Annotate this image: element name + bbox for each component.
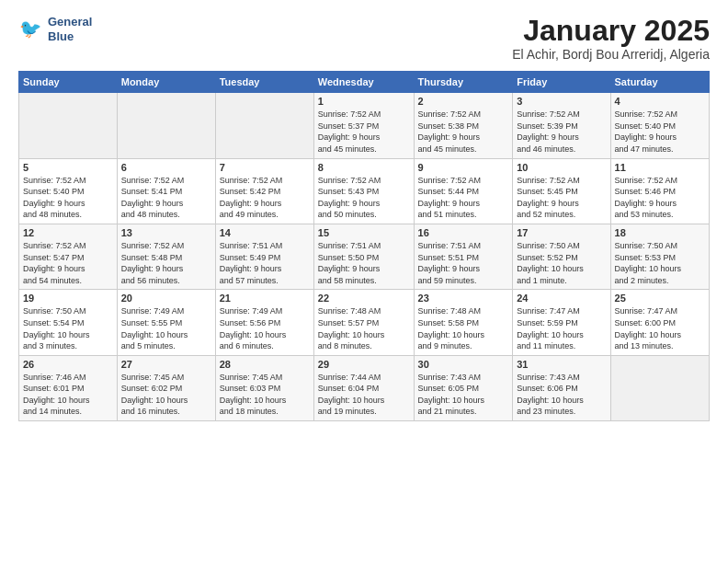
day-info: Sunrise: 7:47 AM Sunset: 6:00 PM Dayligh… bbox=[615, 305, 705, 351]
day-info: Sunrise: 7:44 AM Sunset: 6:04 PM Dayligh… bbox=[318, 372, 410, 418]
day-info: Sunrise: 7:45 AM Sunset: 6:03 PM Dayligh… bbox=[220, 372, 310, 418]
day-number: 4 bbox=[615, 96, 705, 107]
day-number: 18 bbox=[615, 227, 705, 238]
day-cell: 8Sunrise: 7:52 AM Sunset: 5:43 PM Daylig… bbox=[313, 158, 414, 224]
day-info: Sunrise: 7:52 AM Sunset: 5:39 PM Dayligh… bbox=[517, 109, 606, 155]
day-cell bbox=[610, 355, 709, 420]
calendar-body: 1Sunrise: 7:52 AM Sunset: 5:37 PM Daylig… bbox=[19, 93, 710, 421]
day-cell: 16Sunrise: 7:51 AM Sunset: 5:51 PM Dayli… bbox=[414, 224, 513, 289]
day-info: Sunrise: 7:51 AM Sunset: 5:51 PM Dayligh… bbox=[418, 240, 509, 286]
day-info: Sunrise: 7:52 AM Sunset: 5:44 PM Dayligh… bbox=[418, 175, 509, 221]
day-number: 16 bbox=[418, 227, 509, 238]
day-info: Sunrise: 7:52 AM Sunset: 5:47 PM Dayligh… bbox=[23, 240, 113, 286]
day-info: Sunrise: 7:51 AM Sunset: 5:49 PM Dayligh… bbox=[220, 240, 310, 286]
day-info: Sunrise: 7:52 AM Sunset: 5:43 PM Dayligh… bbox=[318, 175, 410, 221]
day-info: Sunrise: 7:52 AM Sunset: 5:48 PM Dayligh… bbox=[121, 240, 211, 286]
day-number: 19 bbox=[23, 293, 113, 304]
day-number: 6 bbox=[121, 162, 211, 173]
day-number: 13 bbox=[121, 227, 211, 238]
day-cell: 15Sunrise: 7:51 AM Sunset: 5:50 PM Dayli… bbox=[313, 224, 414, 289]
day-cell: 6Sunrise: 7:52 AM Sunset: 5:41 PM Daylig… bbox=[117, 158, 215, 224]
day-cell: 4Sunrise: 7:52 AM Sunset: 5:40 PM Daylig… bbox=[610, 93, 709, 158]
day-cell: 1Sunrise: 7:52 AM Sunset: 5:37 PM Daylig… bbox=[313, 93, 414, 158]
day-number: 7 bbox=[220, 162, 310, 173]
header-cell-thursday: Thursday bbox=[414, 72, 513, 93]
logo-line1: General bbox=[48, 15, 92, 29]
day-info: Sunrise: 7:51 AM Sunset: 5:50 PM Dayligh… bbox=[318, 240, 410, 286]
week-row-2: 5Sunrise: 7:52 AM Sunset: 5:40 PM Daylig… bbox=[19, 158, 710, 224]
day-info: Sunrise: 7:52 AM Sunset: 5:40 PM Dayligh… bbox=[615, 109, 705, 155]
day-cell: 19Sunrise: 7:50 AM Sunset: 5:54 PM Dayli… bbox=[19, 290, 118, 355]
day-info: Sunrise: 7:52 AM Sunset: 5:40 PM Dayligh… bbox=[23, 175, 113, 221]
header-cell-wednesday: Wednesday bbox=[313, 72, 414, 93]
day-cell: 5Sunrise: 7:52 AM Sunset: 5:40 PM Daylig… bbox=[19, 158, 118, 224]
day-info: Sunrise: 7:49 AM Sunset: 5:56 PM Dayligh… bbox=[220, 305, 310, 351]
day-info: Sunrise: 7:50 AM Sunset: 5:52 PM Dayligh… bbox=[517, 240, 606, 286]
day-info: Sunrise: 7:50 AM Sunset: 5:53 PM Dayligh… bbox=[615, 240, 705, 286]
day-number: 5 bbox=[23, 162, 113, 173]
day-cell: 26Sunrise: 7:46 AM Sunset: 6:01 PM Dayli… bbox=[19, 355, 118, 420]
header-cell-sunday: Sunday bbox=[19, 72, 118, 93]
day-number: 20 bbox=[121, 293, 211, 304]
day-cell: 22Sunrise: 7:48 AM Sunset: 5:57 PM Dayli… bbox=[313, 290, 414, 355]
header-cell-monday: Monday bbox=[117, 72, 215, 93]
day-cell: 18Sunrise: 7:50 AM Sunset: 5:53 PM Dayli… bbox=[610, 224, 709, 289]
day-info: Sunrise: 7:52 AM Sunset: 5:46 PM Dayligh… bbox=[615, 175, 705, 221]
calendar-header: SundayMondayTuesdayWednesdayThursdayFrid… bbox=[19, 72, 710, 93]
calendar-table: SundayMondayTuesdayWednesdayThursdayFrid… bbox=[18, 71, 710, 421]
day-number: 29 bbox=[318, 359, 410, 370]
day-info: Sunrise: 7:46 AM Sunset: 6:01 PM Dayligh… bbox=[23, 372, 113, 418]
day-number: 31 bbox=[517, 359, 606, 370]
day-cell: 23Sunrise: 7:48 AM Sunset: 5:58 PM Dayli… bbox=[414, 290, 513, 355]
day-number: 21 bbox=[220, 293, 310, 304]
week-row-5: 26Sunrise: 7:46 AM Sunset: 6:01 PM Dayli… bbox=[19, 355, 710, 420]
logo-icon: 🐦 bbox=[18, 17, 44, 42]
day-info: Sunrise: 7:43 AM Sunset: 6:06 PM Dayligh… bbox=[517, 372, 606, 418]
svg-text:🐦: 🐦 bbox=[19, 17, 42, 39]
day-number: 14 bbox=[220, 227, 310, 238]
day-number: 15 bbox=[318, 227, 410, 238]
day-info: Sunrise: 7:50 AM Sunset: 5:54 PM Dayligh… bbox=[23, 305, 113, 351]
day-cell: 11Sunrise: 7:52 AM Sunset: 5:46 PM Dayli… bbox=[610, 158, 709, 224]
day-cell bbox=[19, 93, 118, 158]
page-title: January 2025 bbox=[512, 15, 710, 47]
day-cell bbox=[117, 93, 215, 158]
day-info: Sunrise: 7:52 AM Sunset: 5:37 PM Dayligh… bbox=[318, 109, 410, 155]
day-cell: 21Sunrise: 7:49 AM Sunset: 5:56 PM Dayli… bbox=[215, 290, 313, 355]
day-number: 8 bbox=[318, 162, 410, 173]
day-cell: 24Sunrise: 7:47 AM Sunset: 5:59 PM Dayli… bbox=[513, 290, 610, 355]
day-number: 27 bbox=[121, 359, 211, 370]
day-cell: 14Sunrise: 7:51 AM Sunset: 5:49 PM Dayli… bbox=[215, 224, 313, 289]
day-number: 22 bbox=[318, 293, 410, 304]
day-info: Sunrise: 7:47 AM Sunset: 5:59 PM Dayligh… bbox=[517, 305, 606, 351]
day-number: 23 bbox=[418, 293, 509, 304]
day-info: Sunrise: 7:52 AM Sunset: 5:38 PM Dayligh… bbox=[418, 109, 509, 155]
day-cell: 7Sunrise: 7:52 AM Sunset: 5:42 PM Daylig… bbox=[215, 158, 313, 224]
day-info: Sunrise: 7:48 AM Sunset: 5:58 PM Dayligh… bbox=[418, 305, 509, 351]
logo-text: General Blue bbox=[48, 15, 92, 43]
week-row-1: 1Sunrise: 7:52 AM Sunset: 5:37 PM Daylig… bbox=[19, 93, 710, 158]
page: 🐦 General Blue January 2025 El Achir, Bo… bbox=[0, 0, 728, 563]
day-number: 12 bbox=[23, 227, 113, 238]
day-info: Sunrise: 7:52 AM Sunset: 5:41 PM Dayligh… bbox=[121, 175, 211, 221]
day-number: 17 bbox=[517, 227, 606, 238]
header: 🐦 General Blue January 2025 El Achir, Bo… bbox=[18, 15, 710, 62]
day-cell: 3Sunrise: 7:52 AM Sunset: 5:39 PM Daylig… bbox=[513, 93, 610, 158]
day-cell: 27Sunrise: 7:45 AM Sunset: 6:02 PM Dayli… bbox=[117, 355, 215, 420]
day-number: 28 bbox=[220, 359, 310, 370]
day-number: 26 bbox=[23, 359, 113, 370]
header-cell-tuesday: Tuesday bbox=[215, 72, 313, 93]
week-row-3: 12Sunrise: 7:52 AM Sunset: 5:47 PM Dayli… bbox=[19, 224, 710, 289]
day-cell: 31Sunrise: 7:43 AM Sunset: 6:06 PM Dayli… bbox=[513, 355, 610, 420]
day-info: Sunrise: 7:52 AM Sunset: 5:45 PM Dayligh… bbox=[517, 175, 606, 221]
header-row: SundayMondayTuesdayWednesdayThursdayFrid… bbox=[19, 72, 710, 93]
day-cell: 28Sunrise: 7:45 AM Sunset: 6:03 PM Dayli… bbox=[215, 355, 313, 420]
day-number: 11 bbox=[615, 162, 705, 173]
week-row-4: 19Sunrise: 7:50 AM Sunset: 5:54 PM Dayli… bbox=[19, 290, 710, 355]
day-number: 2 bbox=[418, 96, 509, 107]
logo-line2: Blue bbox=[48, 29, 92, 44]
day-number: 1 bbox=[318, 96, 410, 107]
day-info: Sunrise: 7:52 AM Sunset: 5:42 PM Dayligh… bbox=[220, 175, 310, 221]
logo: 🐦 General Blue bbox=[18, 15, 92, 43]
day-cell: 29Sunrise: 7:44 AM Sunset: 6:04 PM Dayli… bbox=[313, 355, 414, 420]
